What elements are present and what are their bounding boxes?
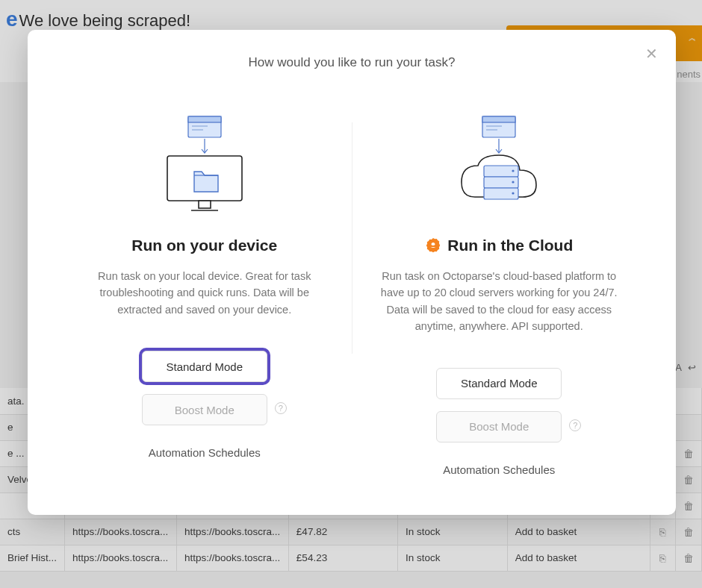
run-cloud-option: Run in the Cloud Run task on Octoparse's… [352, 115, 647, 495]
cloud-automation-schedules-link[interactable]: Automation Schedules [443, 463, 555, 476]
cloud-illustration [454, 115, 544, 216]
run-task-modal: ✕ How would you like to run your task? [28, 30, 676, 515]
help-icon[interactable]: ? [569, 419, 581, 431]
cloud-boost-mode-button[interactable]: Boost Mode [436, 411, 562, 442]
svg-rect-9 [482, 116, 515, 122]
svg-point-18 [512, 192, 515, 194]
svg-point-17 [512, 181, 515, 183]
svg-point-16 [512, 169, 515, 172]
device-illustration [160, 115, 249, 216]
modal-title: How would you like to run your task? [58, 55, 646, 70]
device-automation-schedules-link[interactable]: Automation Schedules [149, 446, 261, 459]
premium-badge-icon [425, 237, 441, 254]
help-icon[interactable]: ? [275, 402, 287, 414]
cloud-description: Run task on Octoparse's cloud-based plat… [373, 268, 626, 335]
run-device-option: Run on your device Run task on your loca… [58, 115, 352, 495]
cloud-heading: Run in the Cloud [425, 237, 573, 254]
svg-rect-1 [188, 116, 221, 122]
device-description: Run task on your local device. Great for… [78, 268, 331, 318]
device-heading: Run on your device [131, 237, 277, 254]
svg-rect-6 [199, 201, 211, 208]
device-standard-mode-button[interactable]: Standard Mode [142, 351, 267, 382]
device-boost-mode-button[interactable]: Boost Mode [142, 394, 267, 425]
close-icon[interactable]: ✕ [645, 46, 658, 61]
cloud-standard-mode-button[interactable]: Standard Mode [436, 368, 562, 399]
cloud-heading-label: Run in the Cloud [447, 237, 573, 254]
